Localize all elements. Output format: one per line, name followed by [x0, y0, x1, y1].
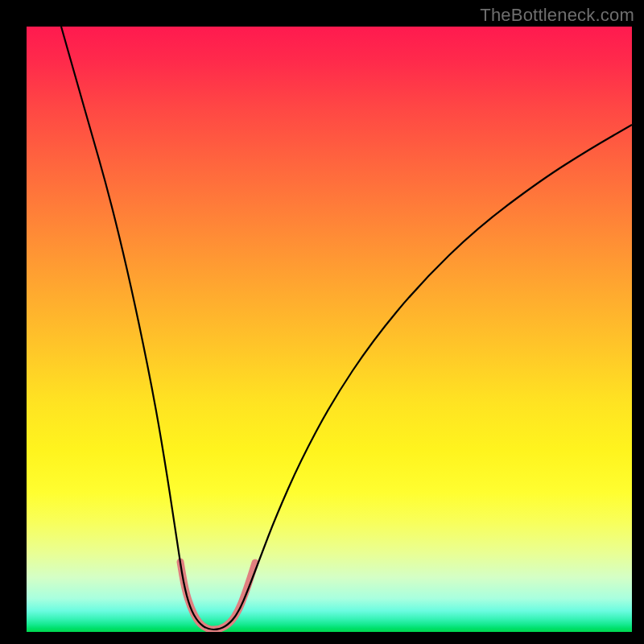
- watermark-text: TheBottleneck.com: [480, 5, 634, 26]
- plot-area: [27, 27, 632, 632]
- chart-stage: TheBottleneck.com: [0, 0, 644, 644]
- bottleneck-curve: [61, 27, 632, 630]
- bottleneck-highlight: [180, 562, 255, 630]
- curve-layer: [27, 27, 632, 632]
